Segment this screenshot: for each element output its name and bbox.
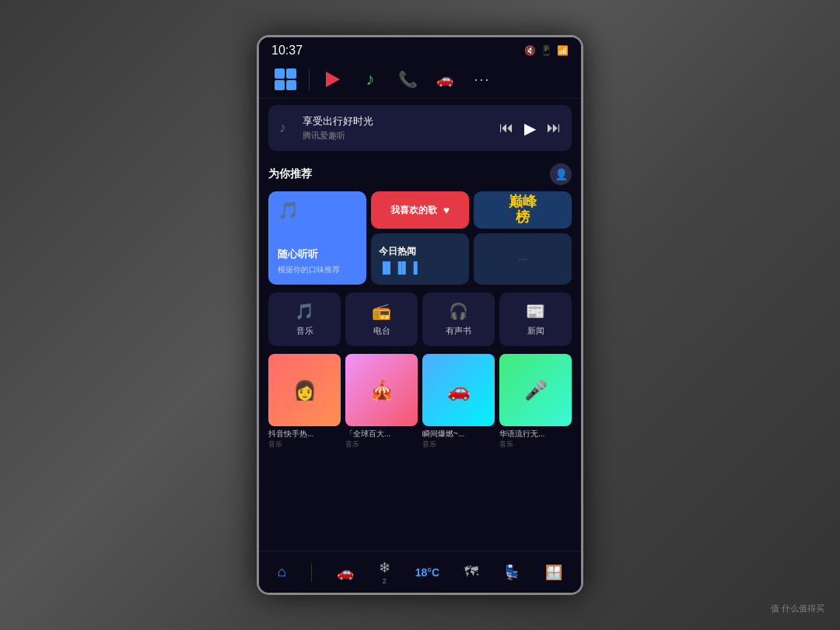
playlist-thumb-3: 🚗 [422, 354, 495, 426]
volume-icon: 🔇 [524, 45, 536, 56]
category-radio[interactable]: 📻 电台 [345, 292, 418, 346]
playlist-thumb-2: 🎪 [345, 354, 418, 426]
signal-icon: 📶 [557, 45, 569, 56]
recommendation-section: 为你推荐 👤 🎵 随心听听 根据你的口味推荐 [259, 157, 581, 288]
clock: 10:37 [271, 44, 303, 58]
playlist-subtitle-3: 音乐 [422, 439, 495, 450]
music-category-label: 音乐 [296, 325, 313, 337]
random-listen-title: 随心听听 [278, 247, 357, 261]
playlist-row: 👩 抖音快手热... 音乐 🎪 「全球百大... 音乐 🚗 瞬间 [259, 351, 581, 456]
playlist-title-2: 「全球百大... [345, 429, 418, 439]
route-button[interactable]: 🗺 [464, 564, 478, 580]
audiobook-category-icon: 🎧 [449, 302, 468, 320]
category-music[interactable]: 🎵 音乐 [268, 292, 341, 346]
playlist-image-2: 🎪 [345, 354, 418, 426]
extra-card-content: ··· [519, 254, 527, 264]
home-button[interactable]: ⌂ [278, 564, 286, 580]
music-subtitle: 腾讯爱趣听 [303, 130, 492, 142]
temp-value: 18°C [415, 566, 439, 579]
car-control-button[interactable]: 🚗 [337, 564, 354, 581]
car-icon: 🚗 [436, 71, 453, 88]
random-listen-subtitle: 根据你的口味推荐 [278, 264, 357, 275]
windows-icon [275, 68, 296, 90]
watermark: 值 什么值得买 [771, 603, 824, 614]
screen-content: 10:37 🔇 📱 📶 ♪ 📞 [259, 37, 581, 593]
status-icons: 🔇 📱 📶 [524, 45, 569, 56]
more-dots-icon: ··· [474, 72, 490, 88]
wave-icon: ▐▌▐▌▐ [379, 261, 461, 274]
music-note-icon: ♪ [366, 69, 375, 89]
playlist-thumb-1: 👩 [268, 354, 341, 426]
favorite-songs-title: 我喜欢的歌 [390, 204, 437, 217]
music-widget-icon: ♪ [279, 120, 295, 136]
nav-separator [309, 68, 310, 90]
fan-icon: ❄ [379, 559, 390, 576]
section-title: 为你推荐 [268, 167, 312, 181]
today-hot-title: 今日热闻 [379, 245, 461, 258]
seat-icon: 💺 [503, 564, 520, 581]
audiobook-category-label: 有声书 [446, 325, 471, 337]
category-audiobook[interactable]: 🎧 有声书 [422, 292, 495, 346]
favorite-songs-card[interactable]: 我喜欢的歌 ♥ [371, 191, 469, 229]
prev-button[interactable]: ⏮ [499, 120, 513, 136]
status-bar: 10:37 🔇 📱 📶 [259, 37, 581, 61]
radio-category-label: 电台 [373, 325, 390, 337]
playlist-title-4: 华语流行无... [499, 429, 572, 439]
bottom-separator [311, 563, 312, 582]
android-auto-icon[interactable] [319, 65, 347, 93]
fan-badge: 2 [383, 577, 387, 585]
route-icon: 🗺 [464, 564, 478, 580]
home-nav-icon[interactable] [271, 65, 299, 93]
playlist-image-3: 🚗 [422, 354, 495, 426]
music-nav-icon[interactable]: ♪ [356, 65, 384, 93]
playlist-item-1[interactable]: 👩 抖音快手热... 音乐 [268, 354, 341, 450]
random-listen-card[interactable]: 🎵 随心听听 根据你的口味推荐 [268, 191, 366, 285]
more-nav-icon[interactable]: ··· [468, 65, 496, 93]
seat-button[interactable]: 💺 [503, 564, 520, 581]
car-control-icon: 🚗 [337, 564, 354, 581]
playlist-title-3: 瞬间爆燃~... [422, 429, 495, 439]
playlist-thumb-4: 🎤 [499, 354, 572, 426]
home-icon: ⌂ [278, 564, 286, 580]
main-content: ♪ 享受出行好时光 腾讯爱趣听 ⏮ ▶ ⏭ 为你推荐 👤 [259, 99, 581, 551]
next-button[interactable]: ⏭ [547, 120, 561, 136]
playlist-item-3[interactable]: 🚗 瞬间爆燃~... 音乐 [422, 354, 495, 450]
fan-button[interactable]: ❄ 2 [379, 559, 390, 585]
music-info: 享受出行好时光 腾讯爱趣听 [303, 114, 492, 142]
music-player-widget[interactable]: ♪ 享受出行好时光 腾讯爱趣听 ⏮ ▶ ⏭ [268, 105, 572, 151]
music-controls: ⏮ ▶ ⏭ [499, 119, 561, 138]
bottom-nav: ⌂ 🚗 ❄ 2 18°C 🗺 💺 🪟 [259, 551, 581, 593]
news-category-label: 新闻 [527, 325, 544, 337]
car-nav-icon[interactable]: 🚗 [431, 65, 459, 93]
today-hot-card[interactable]: 今日热闻 ▐▌▐▌▐ [371, 233, 469, 285]
user-icon[interactable]: 👤 [550, 163, 572, 185]
featured-chart-title: 巅峰榜 [509, 194, 537, 226]
playlist-subtitle-2: 音乐 [345, 439, 418, 450]
featured-chart-card[interactable]: 巅峰榜 [474, 191, 572, 229]
playlist-title-1: 抖音快手热... [268, 429, 341, 439]
mirror-icon: 🪟 [545, 564, 562, 581]
extra-card[interactable]: ··· [474, 233, 572, 285]
category-row: 🎵 音乐 📻 电台 🎧 有声书 📰 新闻 [259, 288, 581, 351]
arrow-icon [326, 72, 340, 87]
playlist-item-2[interactable]: 🎪 「全球百大... 音乐 [345, 354, 418, 450]
radio-category-icon: 📻 [372, 302, 391, 320]
temperature-display[interactable]: 18°C [415, 566, 439, 579]
recommendation-grid: 🎵 随心听听 根据你的口味推荐 我喜欢的歌 ♥ [268, 191, 572, 285]
playlist-subtitle-4: 音乐 [499, 439, 572, 450]
mirror-button[interactable]: 🪟 [545, 564, 562, 581]
playlist-image-1: 👩 [268, 354, 341, 426]
category-news[interactable]: 📰 新闻 [499, 292, 572, 346]
section-header: 为你推荐 👤 [268, 163, 572, 185]
phone-icon: 📞 [398, 70, 418, 89]
music-category-icon: 🎵 [295, 302, 314, 320]
car-screen: 10:37 🔇 📱 📶 ♪ 📞 [257, 35, 583, 595]
news-category-icon: 📰 [526, 302, 545, 320]
play-button[interactable]: ▶ [524, 119, 536, 138]
heart-icon: ♥ [443, 204, 450, 216]
phone-nav-icon[interactable]: 📞 [394, 65, 422, 93]
playlist-item-4[interactable]: 🎤 华语流行无... 音乐 [499, 354, 572, 450]
music-title: 享受出行好时光 [303, 114, 492, 128]
playlist-subtitle-1: 音乐 [268, 439, 341, 450]
music-card-icon: 🎵 [278, 201, 357, 221]
